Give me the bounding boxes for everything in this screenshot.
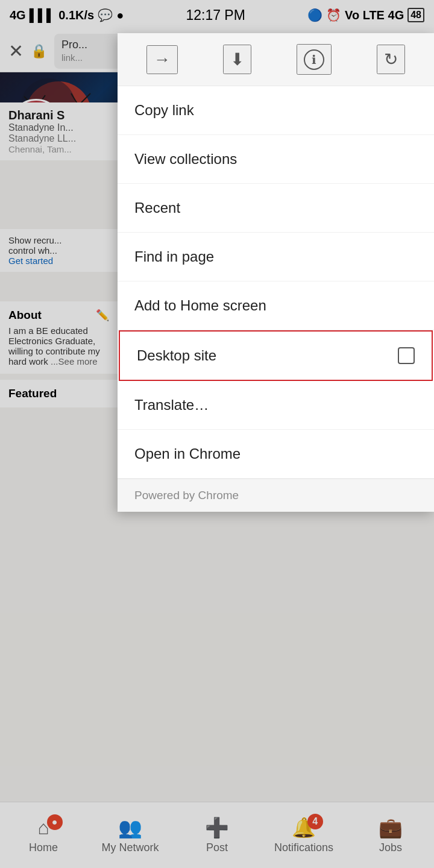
desktop-site-checkbox[interactable] <box>398 347 415 364</box>
menu-toolbar: → ⬇ ℹ ↻ <box>118 33 434 86</box>
download-button[interactable]: ⬇ <box>223 45 251 74</box>
recent-label: Recent <box>134 200 180 216</box>
open-chrome-label: Open in Chrome <box>134 445 241 462</box>
forward-icon: → <box>154 50 171 69</box>
view-collections-label: View collections <box>134 151 237 168</box>
find-in-page-label: Find in page <box>134 248 214 265</box>
translate-label: Translate… <box>134 397 209 414</box>
desktop-site-label: Desktop site <box>137 347 216 364</box>
forward-button[interactable]: → <box>146 45 178 74</box>
info-button[interactable]: ℹ <box>297 44 332 75</box>
refresh-icon: ↻ <box>384 50 398 69</box>
menu-item-open-chrome[interactable]: Open in Chrome <box>118 430 434 479</box>
menu-item-desktop-site[interactable]: Desktop site <box>119 330 433 381</box>
menu-item-add-home-screen[interactable]: Add to Home screen <box>118 281 434 330</box>
menu-item-view-collections[interactable]: View collections <box>118 135 434 184</box>
add-home-screen-label: Add to Home screen <box>134 297 266 314</box>
menu-item-recent[interactable]: Recent <box>118 184 434 233</box>
info-icon: ℹ <box>304 49 324 70</box>
menu-item-copy-link[interactable]: Copy link <box>118 86 434 135</box>
download-icon: ⬇ <box>230 50 244 69</box>
menu-item-find-in-page[interactable]: Find in page <box>118 233 434 281</box>
refresh-button[interactable]: ↻ <box>377 45 405 74</box>
context-menu: → ⬇ ℹ ↻ Copy link View collections Recen… <box>118 33 434 512</box>
menu-footer: Powered by Chrome <box>118 479 434 512</box>
menu-item-translate[interactable]: Translate… <box>118 381 434 430</box>
copy-link-label: Copy link <box>134 102 194 119</box>
powered-by-label: Powered by Chrome <box>134 489 239 502</box>
